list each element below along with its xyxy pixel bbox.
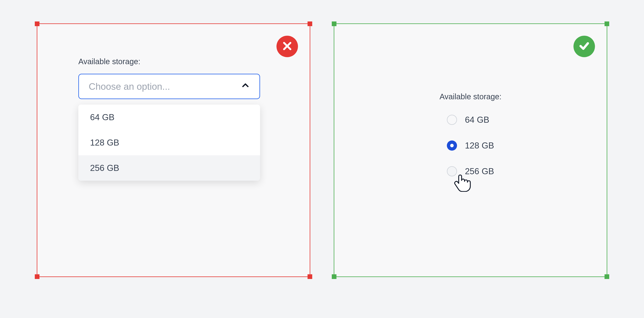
good-badge — [574, 36, 595, 57]
dropdown-option[interactable]: 256 GB — [78, 155, 260, 181]
field-label: Available storage: — [440, 92, 501, 101]
field-label: Available storage: — [78, 57, 260, 66]
dropdown-option[interactable]: 64 GB — [78, 105, 260, 130]
radio-label: 128 GB — [465, 141, 494, 151]
bad-example-box: Available storage: Choose an option... 6… — [37, 23, 310, 277]
selection-handle — [332, 21, 336, 26]
storage-radio-group: 64 GB 128 GB 256 GB — [447, 115, 494, 176]
storage-select[interactable]: Choose an option... — [78, 74, 260, 99]
selection-handle — [308, 274, 312, 279]
radio-option-128gb[interactable]: 128 GB — [447, 141, 494, 151]
check-icon — [579, 41, 590, 52]
dropdown-demo: Available storage: Choose an option... 6… — [78, 57, 260, 181]
radio-demo: Available storage: 64 GB 128 GB 256 GB — [334, 92, 607, 176]
radio-icon — [447, 141, 457, 151]
x-icon — [282, 41, 293, 52]
selection-handle — [332, 274, 336, 279]
selection-handle — [604, 274, 609, 279]
selection-handle — [35, 274, 40, 279]
dropdown-listbox: 64 GB 128 GB 256 GB — [78, 105, 260, 181]
select-placeholder: Choose an option... — [89, 81, 170, 92]
radio-icon — [447, 115, 457, 125]
radio-label: 64 GB — [465, 115, 489, 125]
dropdown-option[interactable]: 128 GB — [78, 130, 260, 155]
bad-badge — [276, 36, 298, 57]
radio-option-256gb[interactable]: 256 GB — [447, 166, 494, 176]
selection-handle — [35, 21, 40, 26]
selection-handle — [604, 21, 609, 26]
chevron-up-icon — [241, 81, 250, 92]
selection-handle — [308, 21, 312, 26]
radio-option-64gb[interactable]: 64 GB — [447, 115, 489, 125]
radio-label: 256 GB — [465, 166, 494, 176]
radio-icon — [447, 166, 457, 176]
good-example-box: Available storage: 64 GB 128 GB 256 GB — [334, 23, 607, 277]
